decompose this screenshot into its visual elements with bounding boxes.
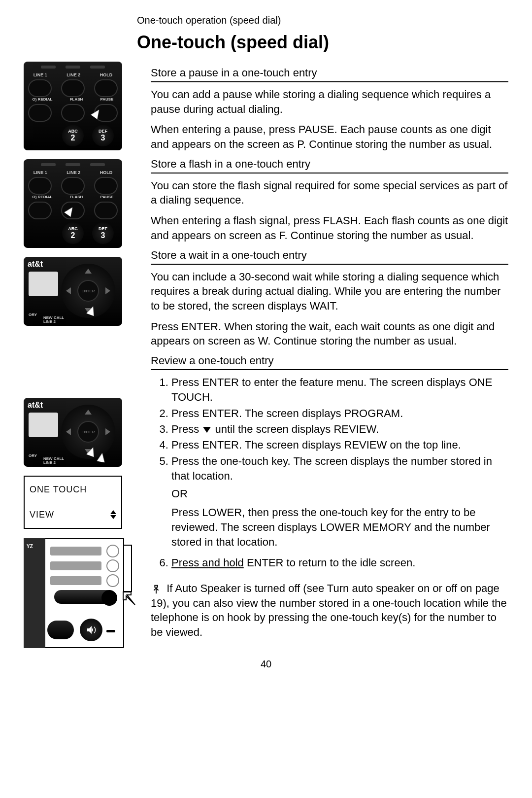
paragraph: When entering a flash signal, press FLAS… xyxy=(151,213,508,243)
onetouch-keys-figure: YZ xyxy=(24,538,124,648)
page-number: 40 xyxy=(24,659,508,670)
figure-column: LINE 1 LINE 2 HOLD O) REDIAL FLASH PAUSE… xyxy=(24,62,137,651)
section-heading-flash: Store a flash in a one-touch entry xyxy=(151,158,508,173)
running-header: One-touch operation (speed dial) xyxy=(24,15,508,26)
lcd-display: ONE TOUCH VIEW xyxy=(24,476,122,529)
pointer-icon xyxy=(151,584,162,594)
manual-page: One-touch operation (speed dial) One-tou… xyxy=(0,0,532,798)
updown-icon xyxy=(110,510,116,519)
navpad-figure-2: at&t ORY NEW CALLLINE 2 ENTER xyxy=(24,398,122,467)
list-item: Press until the screen displays REVIEW. xyxy=(171,422,508,437)
content-column: Store a pause in a one-touch entry You c… xyxy=(151,62,508,651)
section-heading-review: Review a one-touch entry xyxy=(151,354,508,370)
speaker-icon xyxy=(80,619,102,641)
phone-figure-pause: LINE 1 LINE 2 HOLD O) REDIAL FLASH PAUSE… xyxy=(24,62,122,150)
list-item: Press the one-touch key. The screen disp… xyxy=(171,454,508,484)
note-paragraph: If Auto Speaker is turned off (see Turn … xyxy=(151,581,508,640)
paragraph: Press LOWER, then press the one-touch ke… xyxy=(171,505,508,549)
phone-figure-flash: LINE 1 LINE 2 HOLD O) REDIAL FLASH PAUSE… xyxy=(24,159,122,248)
section-heading-pause: Store a pause in a one-touch entry xyxy=(151,67,508,82)
list-item: Press ENTER. The screen displays PROGRAM… xyxy=(171,406,508,421)
paragraph: You can add a pause while storing a dial… xyxy=(151,87,508,116)
navpad-figure-1: at&t ORY NEW CALLLINE 2 ENTER xyxy=(24,257,122,326)
paragraph: You can store the flash signal required … xyxy=(151,178,508,208)
brand-label: at&t xyxy=(28,260,43,269)
list-item: Press and hold ENTER to return to the id… xyxy=(171,555,508,570)
lcd-line2: VIEW xyxy=(30,508,54,522)
steps-list: Press and hold ENTER to return to the id… xyxy=(151,555,508,570)
section-heading-wait: Store a wait in a one-touch entry xyxy=(151,249,508,265)
lcd-line1: ONE TOUCH xyxy=(30,483,116,497)
paragraph: You can include a 30-second wait while s… xyxy=(151,270,508,313)
arrow-upleft-icon xyxy=(121,590,138,607)
list-item: Press ENTER. The screen displays REVIEW … xyxy=(171,438,508,452)
down-arrow-icon xyxy=(203,427,211,433)
or-label: OR xyxy=(171,487,508,500)
page-title: One-touch (speed dial) xyxy=(24,32,508,53)
list-item: Press ENTER to enter the feature menu. T… xyxy=(171,375,508,405)
arrow-icon xyxy=(97,452,106,463)
paragraph: When entering a pause, press PAUSE. Each… xyxy=(151,122,508,151)
paragraph: Press ENTER. When storing the wait, each… xyxy=(151,319,508,348)
steps-list: Press ENTER to enter the feature menu. T… xyxy=(151,375,508,484)
